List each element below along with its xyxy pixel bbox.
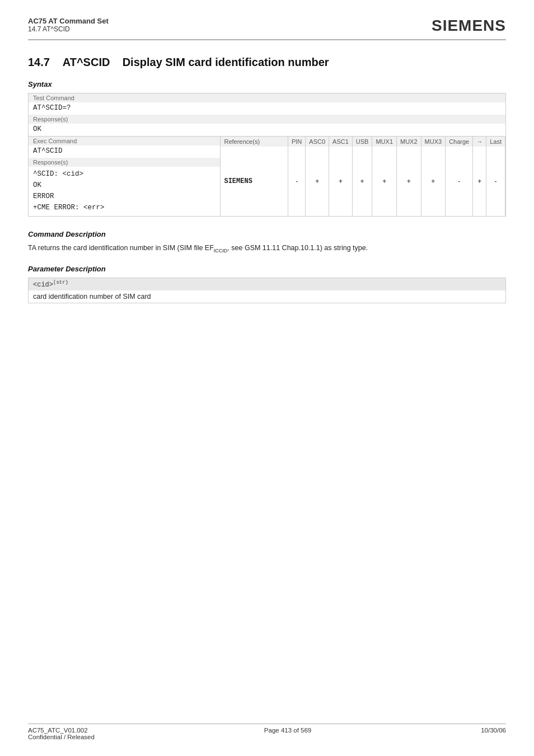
cmd-desc-text-1: TA returns the card identification numbe… (28, 244, 214, 252)
footer-page: Page 413 of 569 (264, 727, 311, 740)
reference-table-section: Reference(s) PIN ASC0 ASC1 USB MUX1 MUX2… (221, 137, 505, 216)
ref-val-charge: - (446, 147, 473, 216)
header-subtitle: 14.7 AT^SCID (28, 25, 109, 33)
ref-col-asc0: ASC0 (306, 137, 329, 147)
ref-col-last: Last (486, 137, 505, 147)
param-desc-label: Parameter Description (28, 265, 506, 273)
reference-table: Reference(s) PIN ASC0 ASC1 USB MUX1 MUX2… (221, 137, 505, 216)
cmd-desc-text-2: , see GSM 11.11 Chap.10.1.1) as string t… (227, 244, 368, 252)
syntax-block: Test Command AT^SCID=? Response(s) OK Ex… (28, 93, 506, 217)
param-desc-row: card identification number of SIM card (29, 290, 506, 303)
test-response-label: Response(s) (29, 115, 505, 124)
ref-col-mux3: MUX3 (421, 137, 446, 147)
ref-name-cell: SIEMENS (221, 147, 288, 216)
footer-date: 10/30/06 (481, 727, 506, 740)
exec-ref-row: Exec Command AT^SCID Response(s) ^SCID: … (29, 137, 505, 216)
test-command-label: Test Command (29, 93, 505, 102)
ref-val-mux1: + (372, 147, 397, 216)
parameter-table: <cid>(str) card identification number of… (28, 278, 506, 303)
ref-val-asc0: + (306, 147, 329, 216)
cmd-desc-label: Command Description (28, 230, 506, 238)
cmd-desc-subscript: ICCID (214, 248, 228, 253)
param-header-row: <cid>(str) (29, 278, 506, 291)
ref-col-charge: Charge (446, 137, 473, 147)
section-desc: Display SIM card identification number (123, 56, 329, 68)
ref-col-asc1: ASC1 (329, 137, 353, 147)
footer-left: AC75_ATC_V01.002 Confidential / Released (28, 727, 95, 740)
test-response-text: OK (29, 124, 505, 136)
section-number: 14.7 (28, 56, 50, 68)
header-left: AC75 AT Command Set 14.7 AT^SCID (28, 17, 109, 33)
ref-val-last: - (486, 147, 505, 216)
footer-doc-id: AC75_ATC_V01.002 (28, 727, 95, 734)
ref-val-asc1: + (329, 147, 353, 216)
ref-header-row: Reference(s) PIN ASC0 ASC1 USB MUX1 MUX2… (221, 137, 505, 147)
exec-command-text: AT^SCID (29, 145, 220, 158)
test-command-section: Test Command AT^SCID=? Response(s) OK (29, 93, 505, 136)
ref-data-row: SIEMENS - + + + + + + - + - (221, 147, 505, 216)
exec-command-section: Exec Command AT^SCID Response(s) ^SCID: … (29, 137, 221, 216)
ref-val-usb: + (352, 147, 372, 216)
ref-col-pin: PIN (288, 137, 305, 147)
exec-response-text: ^SCID: <cid> OK ERROR +CME ERROR: <err> (29, 167, 220, 216)
param-name: <cid> (33, 281, 53, 289)
test-command-text: AT^SCID=? (29, 102, 505, 115)
section-heading: 14.7 AT^SCID Display SIM card identifica… (28, 56, 506, 69)
ref-col-mux2: MUX2 (397, 137, 421, 147)
ref-col-mux1: MUX1 (372, 137, 397, 147)
ref-val-mux2: + (397, 147, 421, 216)
section-title: AT^SCID (63, 56, 110, 68)
page-footer: AC75_ATC_V01.002 Confidential / Released… (28, 724, 506, 740)
cmd-desc-text: TA returns the card identification numbe… (28, 243, 506, 255)
footer-confidential: Confidential / Released (28, 734, 95, 740)
header-title: AC75 AT Command Set (28, 17, 109, 25)
syntax-label: Syntax (28, 80, 506, 88)
ref-col-header-label: Reference(s) (221, 137, 288, 147)
param-name-cell: <cid>(str) (29, 278, 506, 291)
siemens-logo: SIEMENS (432, 17, 506, 35)
ref-val-pin: - (288, 147, 305, 216)
ref-col-usb: USB (352, 137, 372, 147)
page-header: AC75 AT Command Set 14.7 AT^SCID SIEMENS (28, 17, 506, 40)
ref-col-arrow: → (473, 137, 486, 147)
exec-command-label: Exec Command (29, 137, 220, 145)
param-superscript: (str) (53, 280, 68, 285)
ref-val-arrow: + (473, 147, 486, 216)
exec-response-label: Response(s) (29, 158, 220, 167)
param-desc-cell: card identification number of SIM card (29, 290, 506, 303)
ref-val-mux3: + (421, 147, 446, 216)
